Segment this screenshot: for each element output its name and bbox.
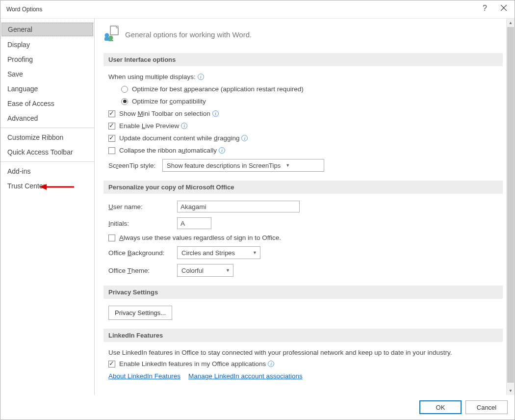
scroll-thumb[interactable] [507, 27, 514, 383]
sidebar-item-advanced[interactable]: Advanced [0, 111, 94, 126]
cb-always-use-values-label: Always use these values regardless of si… [119, 234, 281, 241]
scroll-up-icon[interactable]: ▲ [507, 19, 515, 27]
svg-point-3 [105, 33, 109, 38]
titlebar: Word Options ? [0, 0, 515, 18]
svg-rect-2 [110, 26, 118, 35]
linkedin-desc: Use LinkedIn features in Office to stay … [108, 349, 452, 356]
info-icon[interactable]: i [181, 123, 187, 129]
page-header: General options for working with Word. [103, 26, 503, 43]
username-input[interactable] [177, 201, 300, 212]
cb-mini-toolbar-label: Show Mini Toolbar on selection [119, 110, 210, 117]
cb-live-preview[interactable] [108, 123, 115, 130]
link-manage-linkedin[interactable]: Manage LinkedIn account associations [188, 372, 303, 380]
close-icon[interactable] [501, 4, 507, 13]
cb-always-use-values[interactable] [108, 235, 115, 241]
sidebar-separator [0, 161, 94, 162]
info-icon[interactable]: i [212, 110, 219, 117]
section-privacy-title: Privacy Settings [103, 286, 503, 299]
cb-enable-linkedin-label: Enable LinkedIn features in my Office ap… [119, 360, 266, 368]
radio-best-appearance-label: Optimize for best appearance (applicatio… [132, 85, 304, 93]
sidebar: General Display Proofing Save Language E… [0, 19, 95, 395]
ok-button[interactable]: OK [419, 400, 462, 414]
sidebar-item-proofing[interactable]: Proofing [0, 52, 94, 67]
dialog-footer: OK Cancel [0, 395, 515, 420]
section-personalize-title: Personalize your copy of Microsoft Offic… [103, 181, 503, 194]
sidebar-separator [0, 128, 94, 128]
sidebar-item-general[interactable]: General [1, 23, 93, 36]
window-controls: ? [483, 4, 507, 13]
initials-input[interactable] [177, 217, 211, 229]
cb-collapse-ribbon[interactable] [108, 147, 115, 154]
multiple-displays-label: When using multiple displays:i [108, 73, 503, 80]
office-theme-dropdown[interactable]: Colorful▼ [177, 264, 233, 277]
sidebar-item-add-ins[interactable]: Add-ins [0, 164, 94, 179]
cb-enable-linkedin[interactable] [108, 361, 115, 368]
vertical-scrollbar[interactable]: ▲ ▼ [506, 19, 515, 395]
radio-best-appearance[interactable] [121, 86, 128, 93]
office-bg-dropdown[interactable]: Circles and Stripes▼ [177, 246, 260, 259]
main-panel: General options for working with Word. U… [95, 19, 515, 395]
svg-rect-6 [108, 40, 113, 41]
info-icon[interactable]: i [219, 147, 225, 154]
general-options-icon [103, 26, 119, 43]
sidebar-item-quick-access[interactable]: Quick Access Toolbar [0, 145, 94, 159]
screentip-label: ScreenTip style: [108, 162, 162, 169]
cb-live-preview-label: Enable Live Preview [119, 122, 179, 130]
help-icon[interactable]: ? [483, 4, 487, 13]
sidebar-item-display[interactable]: Display [0, 37, 94, 52]
page-title: General options for working with Word. [125, 30, 252, 39]
info-icon[interactable]: i [198, 74, 204, 80]
office-bg-label: Office Background: [108, 249, 177, 257]
radio-compatibility-label: Optimize for compatibility [132, 98, 206, 105]
section-linkedin-title: LinkedIn Features [103, 329, 503, 342]
office-theme-label: Office Theme: [108, 267, 177, 274]
content: General Display Proofing Save Language E… [0, 18, 515, 395]
cancel-button[interactable]: Cancel [465, 400, 508, 414]
scroll-down-icon[interactable]: ▼ [507, 387, 515, 395]
cb-mini-toolbar[interactable] [108, 110, 115, 117]
sidebar-item-customize-ribbon[interactable]: Customize Ribbon [0, 130, 94, 145]
info-icon[interactable]: i [241, 135, 248, 141]
section-ui-title: User Interface options [103, 53, 503, 66]
initials-label: Initials: [108, 220, 177, 227]
window-title: Word Options [6, 6, 42, 13]
link-about-linkedin[interactable]: About LinkedIn Features [108, 372, 180, 380]
cb-update-dragging-label: Update document content while dragging [119, 134, 239, 142]
username-label: User name: [108, 203, 177, 210]
sidebar-item-ease-of-access[interactable]: Ease of Access [0, 96, 94, 111]
sidebar-item-trust-center[interactable]: Trust Center [0, 179, 94, 193]
radio-compatibility[interactable] [121, 98, 128, 105]
cb-collapse-ribbon-label: Collapse the ribbon automatically [119, 147, 217, 154]
screentip-dropdown[interactable]: Show feature descriptions in ScreenTips▼ [162, 159, 324, 172]
cb-update-dragging[interactable] [108, 135, 115, 142]
info-icon[interactable]: i [268, 361, 274, 367]
privacy-settings-button[interactable]: Privacy Settings... [108, 306, 172, 320]
sidebar-item-language[interactable]: Language [0, 81, 94, 96]
sidebar-item-save[interactable]: Save [0, 67, 94, 81]
